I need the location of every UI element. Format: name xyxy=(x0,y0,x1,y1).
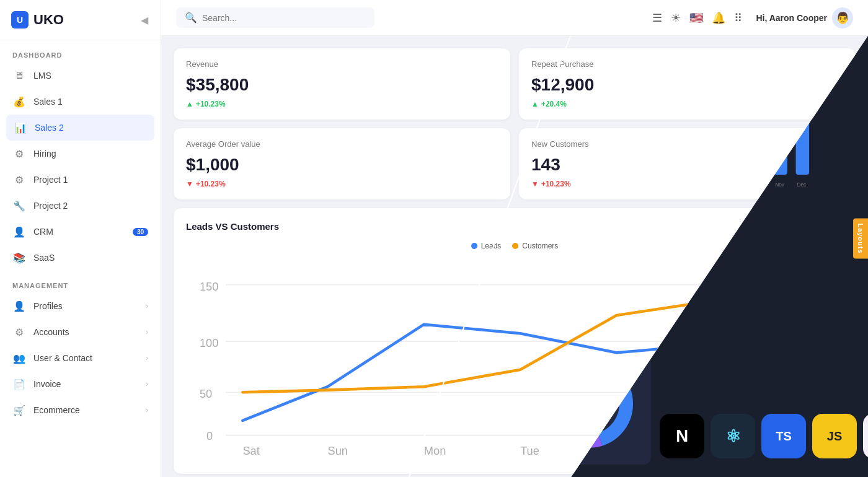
sidebar-item-lms[interactable]: 🖥 LMS xyxy=(0,63,161,89)
stat-card-repeat: Repeat Purchase $12,900 ▲ +20.4% xyxy=(519,48,856,120)
sidebar-label-crm: CRM xyxy=(33,227,53,237)
crm-badge: 30 xyxy=(133,228,148,236)
up-arrow-icon: ▲ xyxy=(186,100,193,108)
stat-value-revenue: $35,800 xyxy=(186,75,498,95)
down-arrow-icon2: ▼ xyxy=(531,180,539,188)
ecommerce-chevron: › xyxy=(146,406,148,414)
project2-icon: 🔧 xyxy=(12,199,26,212)
stat-value-avg-order: $1,000 xyxy=(186,155,498,175)
layouts-tab[interactable]: Layouts xyxy=(853,218,868,258)
tech-icon-react: ⚛ xyxy=(711,414,755,458)
sidebar-item-crm[interactable]: 👤 CRM 30 xyxy=(0,219,161,245)
sidebar-label-user-contact: User & Contact xyxy=(33,353,92,363)
stat-card-avg-order: Average Order value $1,000 ▼ +10.23% xyxy=(174,128,510,199)
tech-icons: N ⚛ TS JS xyxy=(660,408,868,458)
sidebar-label-profiles: Profiles xyxy=(33,301,63,311)
menu-icon[interactable]: ☰ xyxy=(652,11,662,25)
svg-text:Dec: Dec xyxy=(797,182,807,188)
sidebar-label-ecommerce: Ecommerce xyxy=(33,405,80,415)
hiring-icon: ⚙ xyxy=(12,147,26,160)
sidebar-item-profiles[interactable]: 👤 Profiles › xyxy=(0,293,161,319)
user-name: Hi, Aaron Cooper xyxy=(756,13,827,23)
leads-dot xyxy=(471,243,477,249)
accounts-icon: ⚙ xyxy=(12,325,26,339)
sidebar-item-sales2[interactable]: 📊 Sales 2 xyxy=(6,115,154,141)
invoice-icon: 📄 xyxy=(12,377,26,391)
sidebar-label-sales2: Sales 2 xyxy=(35,123,64,133)
stat-label-avg-order: Average Order value xyxy=(186,139,498,149)
stat-label-revenue: Revenue xyxy=(186,59,498,69)
grid-icon[interactable]: ⠿ xyxy=(734,11,742,25)
management-section-label: MANAGEMENT xyxy=(0,271,161,293)
sidebar-label-hiring: Hiring xyxy=(33,149,56,159)
flag-icon[interactable]: 🇺🇸 xyxy=(689,11,703,25)
header-icons: ☰ ☀ 🇺🇸 🔔 ⠿ Hi, Aaron Cooper 👨 xyxy=(652,7,853,28)
main-area: 🔍 ☰ ☀ 🇺🇸 🔔 ⠿ Hi, Aaron Cooper 👨 Revenue … xyxy=(161,0,868,477)
bell-icon[interactable]: 🔔 xyxy=(712,11,725,25)
svg-text:150: 150 xyxy=(200,280,218,293)
sidebar-logo: U UKO ◀ xyxy=(0,0,161,40)
stats-grid: Revenue $35,800 ▲ +10.23% Repeat Purchas… xyxy=(174,48,856,199)
dashboard-section-label: DASHBOARD xyxy=(0,40,161,63)
down-arrow-icon: ▼ xyxy=(186,180,193,188)
leads-chart-title: Leads VS Customers xyxy=(186,221,279,232)
project1-icon: ⚙ xyxy=(12,173,26,186)
sidebar-item-invoice[interactable]: 📄 Invoice › xyxy=(0,371,161,397)
lms-icon: 🖥 xyxy=(12,69,26,82)
sidebar-item-accounts[interactable]: ⚙ Accounts › xyxy=(0,319,161,345)
header: 🔍 ☰ ☀ 🇺🇸 🔔 ⠿ Hi, Aaron Cooper 👨 xyxy=(161,0,868,36)
customers-dot xyxy=(512,243,518,249)
logo-icon: U xyxy=(11,11,29,28)
stat-change-avg-order: ▼ +10.23% xyxy=(186,180,498,188)
stat-card-revenue: Revenue $35,800 ▲ +10.23% xyxy=(174,48,510,120)
svg-text:50: 50 xyxy=(200,387,212,400)
user-info: Hi, Aaron Cooper 👨 xyxy=(756,7,853,28)
user-contact-chevron: › xyxy=(146,354,148,362)
ecommerce-icon: 🛒 xyxy=(12,403,26,417)
sidebar-item-project2[interactable]: 🔧 Project 2 xyxy=(0,193,161,219)
sidebar-item-ecommerce[interactable]: 🛒 Ecommerce › xyxy=(0,397,161,423)
search-input[interactable] xyxy=(202,13,326,23)
user-avatar: 👨 xyxy=(832,7,853,28)
sales1-icon: 💰 xyxy=(12,95,26,108)
sidebar-item-project1[interactable]: ⚙ Project 1 xyxy=(0,167,161,193)
stat-change-revenue: ▲ +10.23% xyxy=(186,100,498,108)
search-icon: 🔍 xyxy=(185,12,197,24)
search-box[interactable]: 🔍 xyxy=(176,7,374,28)
tech-icon-next: N xyxy=(660,414,704,458)
sidebar: U UKO ◀ DASHBOARD 🖥 LMS 💰 Sales 1 📊 Sale… xyxy=(0,0,161,477)
sidebar-label-project2: Project 2 xyxy=(33,201,68,211)
legend-customers: Customers xyxy=(512,242,558,250)
invoice-chevron: › xyxy=(146,380,148,388)
profiles-icon: 👤 xyxy=(12,299,26,313)
user-contact-icon: 👥 xyxy=(12,351,26,365)
svg-text:0: 0 xyxy=(206,429,213,442)
svg-text:Sat: Sat xyxy=(242,444,259,457)
up-arrow-icon2: ▲ xyxy=(531,100,539,108)
sidebar-item-saas[interactable]: 📚 SaaS xyxy=(0,245,161,271)
tech-icon-ts: TS xyxy=(761,414,806,458)
profiles-chevron: › xyxy=(146,302,148,310)
stat-change-repeat: ▲ +20.4% xyxy=(531,100,843,108)
sidebar-label-sales1: Sales 1 xyxy=(33,97,63,107)
sidebar-label-invoice: Invoice xyxy=(33,379,61,389)
svg-text:Sun: Sun xyxy=(327,444,347,457)
svg-text:100: 100 xyxy=(200,336,218,349)
saas-icon: 📚 xyxy=(12,251,26,265)
sidebar-item-user-contact[interactable]: 👥 User & Contact › xyxy=(0,345,161,371)
sidebar-item-hiring[interactable]: ⚙ Hiring xyxy=(0,141,161,167)
svg-text:Mon: Mon xyxy=(424,444,446,457)
sidebar-label-accounts: Accounts xyxy=(33,327,69,337)
stat-label-repeat: Repeat Purchase xyxy=(531,59,843,69)
sales2-icon: 📊 xyxy=(14,121,27,134)
sidebar-item-sales1[interactable]: 💰 Sales 1 xyxy=(0,89,161,115)
tech-icon-js: JS xyxy=(812,414,857,458)
svg-text:Nov: Nov xyxy=(775,182,785,188)
collapse-button[interactable]: ◀ xyxy=(141,14,148,26)
accounts-chevron: › xyxy=(146,328,148,336)
sidebar-label-project1: Project 1 xyxy=(33,175,68,185)
app-name: UKO xyxy=(33,12,64,28)
stat-value-repeat: $12,900 xyxy=(531,75,843,95)
theme-icon[interactable]: ☀ xyxy=(671,11,681,25)
legend-leads: Leads xyxy=(471,242,502,250)
